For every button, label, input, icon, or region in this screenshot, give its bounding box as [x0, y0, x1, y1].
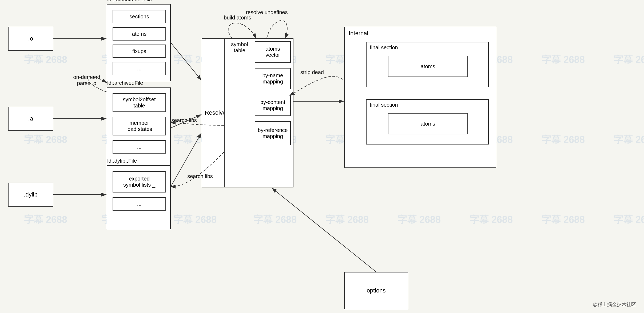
reloc-ellipsis-item: ...: [113, 62, 166, 75]
strip-dead-label: strip dead: [293, 69, 331, 75]
atoms-vector-label: atomsvector: [265, 46, 280, 58]
watermark: 字幕 2688: [542, 133, 585, 146]
arrows-svg: [0, 0, 644, 313]
dylib-ellipsis-label: ...: [137, 201, 142, 207]
internal-container: Internal final section atoms final secti…: [344, 27, 496, 168]
dylib-label: ld::dylib::File: [107, 158, 137, 164]
svg-line-9: [272, 188, 376, 272]
final-section-2-atoms: atoms: [388, 113, 468, 134]
internal-label: Internal: [349, 30, 368, 37]
by-reference-mapping-item: by-referencemapping: [255, 121, 291, 145]
member-load-states-item: memberload states: [113, 117, 166, 135]
copyright-label: @稀土掘金技术社区: [593, 302, 636, 307]
atoms-label: atoms: [132, 31, 146, 37]
copyright-text: @稀土掘金技术社区: [593, 301, 636, 308]
dot-a-node: .a: [8, 107, 53, 131]
dot-a-label: .a: [28, 115, 33, 122]
archive-label: ld::archive::File: [107, 80, 143, 86]
search-libs-1-label: search libs: [165, 117, 203, 123]
watermark: 字幕 2688: [542, 213, 585, 226]
resolve-undefines-label: resolve undefines: [240, 9, 293, 15]
dylib-file-container: ld::dylib::File exportedsymbol lists _ .…: [107, 165, 171, 229]
watermark: 字幕 2688: [614, 53, 644, 66]
atoms-item: atoms: [113, 27, 166, 41]
sections-label: sections: [129, 14, 149, 20]
reloc-ellipsis-label: ...: [137, 66, 142, 72]
watermark: 字幕 2688: [173, 213, 217, 226]
final-section-2-atoms-label: atoms: [421, 121, 435, 127]
build-atoms-label: build atoms: [216, 15, 259, 21]
final-section-1: final section atoms: [366, 42, 489, 87]
watermark: 字幕 2688: [614, 213, 644, 226]
dot-dylib-label: .dylib: [24, 191, 37, 198]
by-content-mapping-item: by-contentmapping: [255, 95, 291, 116]
watermark: 字幕 2688: [325, 213, 369, 226]
final-section-2-label: final section: [370, 102, 398, 108]
watermark: 字幕 2688: [397, 213, 441, 226]
watermark: 字幕 2688: [24, 133, 67, 146]
svg-line-6: [171, 43, 201, 80]
final-section-1-atoms-label: atoms: [421, 63, 435, 70]
watermark: 字幕 2688: [614, 133, 644, 146]
by-name-mapping-label: by-namemapping: [263, 73, 283, 85]
dot-dylib-node: .dylib: [8, 183, 53, 207]
by-name-mapping-item: by-namemapping: [255, 68, 291, 89]
by-reference-mapping-label: by-referencemapping: [258, 127, 288, 139]
watermark: 字幕 2688: [542, 53, 585, 66]
relocatable-label: ld::relocatable::File: [107, 0, 152, 3]
watermark: 字幕 2688: [470, 213, 513, 226]
relocatable-file-container: ld::relocatable::File sections atoms fix…: [107, 4, 171, 81]
final-section-2: final section atoms: [366, 99, 489, 145]
sections-item: sections: [113, 10, 166, 23]
watermark: 字幕 2688: [24, 53, 67, 66]
dot-o-label: .o: [28, 35, 33, 42]
fixups-item: fixups: [113, 45, 166, 58]
watermark: 字幕 2688: [253, 213, 297, 226]
exported-symbol-lists-label: exportedsymbol lists _: [123, 176, 155, 188]
final-section-1-atoms: atoms: [388, 56, 468, 77]
member-load-states-label: memberload states: [126, 120, 152, 132]
search-libs-2-label: search libs: [181, 173, 219, 179]
by-content-mapping-label: by-contentmapping: [260, 99, 285, 111]
final-section-1-label: final section: [370, 45, 398, 51]
fixups-label: fixups: [132, 48, 146, 54]
exported-symbol-lists-item: exportedsymbol lists _: [113, 171, 166, 192]
options-label: options: [367, 287, 386, 294]
dylib-ellipsis-item: ...: [113, 197, 166, 211]
dot-o-node: .o: [8, 27, 53, 51]
on-demand-parse-label: on-demandparse .o: [67, 74, 107, 86]
archive-ellipsis-label: ...: [137, 144, 142, 150]
symbol-table-label: symboltable: [226, 41, 253, 54]
symbol2offset-item: symbol2offsettable: [113, 93, 166, 112]
options-node: options: [344, 272, 408, 309]
watermark-grid: 字幕 2688 字幕 2688 字幕 2688 字幕 2688 字幕 2688 …: [0, 0, 644, 313]
watermark: 字幕 2688: [24, 213, 67, 226]
atoms-vector-item: atomsvector: [255, 41, 291, 63]
archive-ellipsis-item: ...: [113, 140, 166, 154]
symbol2offset-label: symbol2offsettable: [123, 97, 156, 109]
